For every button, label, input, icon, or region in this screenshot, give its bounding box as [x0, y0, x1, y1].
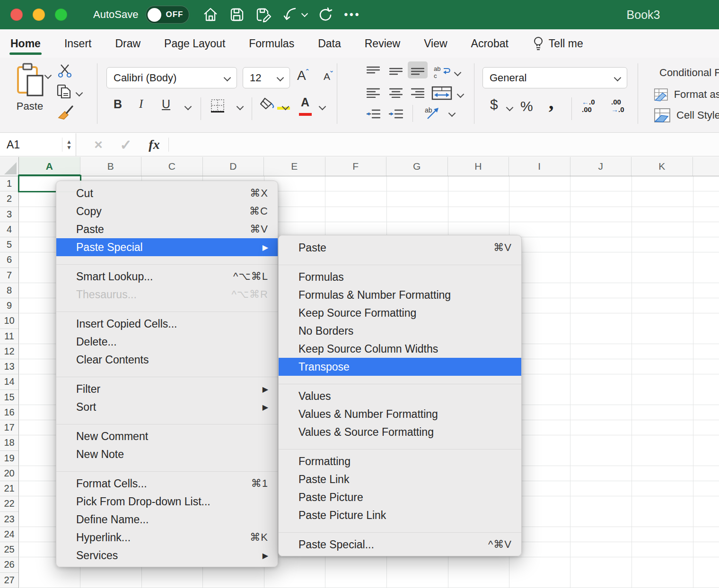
underline-dropdown-icon[interactable]	[184, 103, 192, 111]
cut-icon[interactable]	[57, 63, 73, 80]
font-size-select[interactable]: 12	[243, 67, 290, 88]
row-header[interactable]: 4	[0, 222, 18, 237]
enter-entry-icon[interactable]: ✓	[116, 133, 135, 156]
submenu-item[interactable]: ▶	[279, 257, 521, 268]
ribbon-tab[interactable]: Review	[365, 29, 400, 58]
save-as-icon[interactable]	[255, 7, 272, 23]
row-header[interactable]: 13	[0, 359, 18, 374]
ribbon-tab[interactable]: Data	[318, 29, 341, 58]
stepper-up-icon[interactable]: ▲	[66, 139, 72, 144]
save-icon[interactable]	[229, 7, 245, 23]
submenu-item[interactable]: ▶	[279, 441, 521, 452]
ribbon-tab[interactable]: Acrobat	[471, 29, 509, 58]
zoom-window-button[interactable]	[55, 9, 67, 21]
submenu-item[interactable]: Keep Source Column Widths ▶	[279, 340, 521, 358]
paste-button[interactable]	[13, 62, 46, 101]
insert-function-icon[interactable]: fx	[145, 133, 164, 156]
undo-dropdown-icon[interactable]	[301, 10, 308, 17]
ribbon-tab[interactable]: Page Layout	[164, 29, 225, 58]
select-all-corner[interactable]	[0, 157, 19, 176]
row-header[interactable]: 11	[0, 329, 18, 344]
row-header[interactable]: 2	[0, 191, 18, 207]
submenu-item[interactable]: Paste Special... ^⌘V ▶	[279, 536, 521, 553]
align-center-icon[interactable]	[386, 84, 406, 101]
bold-button[interactable]: B	[114, 97, 122, 111]
menu-item[interactable]: ▶	[56, 303, 278, 315]
home-icon[interactable]	[202, 7, 219, 23]
row-header[interactable]: 10	[0, 313, 18, 329]
orientation-dropdown-icon[interactable]	[448, 110, 456, 117]
submenu-item[interactable]: Formulas & Number Formatting ▶	[279, 286, 521, 304]
row-header[interactable]: 12	[0, 344, 18, 359]
ribbon-tab[interactable]: Tell me	[532, 29, 583, 58]
row-header[interactable]: 18	[0, 435, 18, 450]
submenu-item[interactable]: Paste Picture ▶	[279, 488, 521, 506]
more-commands-icon[interactable]: •••	[344, 9, 360, 21]
row-header[interactable]: 25	[0, 542, 18, 557]
menu-item[interactable]: Define Name... ▶	[56, 510, 278, 528]
submenu-item[interactable]: No Borders ▶	[279, 322, 521, 340]
row-header[interactable]: 5	[0, 237, 18, 252]
row-header[interactable]: 19	[0, 451, 18, 466]
row-header[interactable]: 14	[0, 374, 18, 389]
row-header[interactable]: 26	[0, 557, 18, 572]
menu-item[interactable]: Cut ⌘X ▶	[56, 184, 278, 202]
name-box[interactable]: A1 ▲ ▼	[0, 133, 76, 156]
font-color-dropdown-icon[interactable]	[319, 103, 326, 111]
minimize-window-button[interactable]	[33, 9, 45, 21]
comma-button[interactable]: ,	[549, 91, 554, 113]
menu-item[interactable]: Smart Lookup... ^⌥⌘L ▶	[56, 268, 278, 285]
column-header[interactable]: A	[19, 157, 80, 176]
submenu-item[interactable]: Formatting ▶	[279, 452, 521, 470]
row-header[interactable]: 21	[0, 481, 18, 496]
row-header[interactable]: 6	[0, 252, 18, 268]
column-header[interactable]: K	[631, 157, 693, 176]
row-header[interactable]: 1	[0, 176, 18, 191]
column-header[interactable]: D	[203, 157, 264, 176]
menu-item[interactable]: Services ▶	[56, 546, 278, 564]
align-top-icon[interactable]	[363, 62, 383, 79]
menu-item[interactable]: Copy ⌘C ▶	[56, 202, 278, 220]
submenu-item[interactable]: Transpose ▶	[279, 358, 521, 376]
submenu-item[interactable]: ▶	[279, 524, 521, 536]
cell-styles-button[interactable]: Cell Styles	[654, 107, 719, 124]
submenu-item[interactable]: Formulas ▶	[279, 268, 521, 286]
font-name-select[interactable]: Calibri (Body)	[106, 67, 237, 88]
format-as-table-button[interactable]: Format as Table	[654, 86, 719, 103]
align-left-icon[interactable]	[363, 84, 383, 101]
align-middle-icon[interactable]	[386, 62, 406, 79]
row-header[interactable]: 23	[0, 512, 18, 527]
copy-dropdown-icon[interactable]	[76, 89, 83, 96]
submenu-item[interactable]: Values & Source Formatting ▶	[279, 423, 521, 441]
submenu-item[interactable]: Paste Picture Link ▶	[279, 506, 521, 524]
column-header[interactable]: E	[264, 157, 325, 176]
submenu-item[interactable]: Values ▶	[279, 387, 521, 405]
submenu-item[interactable]: Paste Link ▶	[279, 470, 521, 488]
decrease-decimal-button[interactable]: ←.0 .00	[582, 98, 595, 113]
stepper-down-icon[interactable]: ▼	[66, 145, 72, 150]
menu-item[interactable]: ▶	[56, 463, 278, 475]
ribbon-tab[interactable]: Formulas	[249, 29, 294, 58]
column-header[interactable]: B	[80, 157, 142, 176]
percent-button[interactable]: %	[520, 98, 533, 114]
submenu-item[interactable]: ▶	[279, 376, 521, 387]
align-bottom-icon[interactable]	[408, 61, 428, 78]
menu-item[interactable]: Delete... ▶	[56, 333, 278, 351]
menu-item[interactable]: Paste Special ▶	[56, 238, 278, 256]
underline-button[interactable]: U	[162, 97, 170, 111]
cancel-entry-icon[interactable]: ×	[89, 133, 108, 156]
undo-icon[interactable]	[283, 7, 298, 23]
ribbon-tab[interactable]: Insert	[64, 29, 92, 58]
menu-item[interactable]: Paste ⌘V ▶	[56, 220, 278, 238]
name-box-stepper[interactable]: ▲ ▼	[62, 138, 72, 152]
menu-item[interactable]: ▶	[56, 416, 278, 427]
menu-item[interactable]: Hyperlink... ⌘K ▶	[56, 528, 278, 546]
column-header[interactable]: C	[141, 157, 203, 176]
row-header[interactable]: 27	[0, 573, 18, 588]
ribbon-tab[interactable]: Draw	[115, 29, 140, 58]
number-format-select[interactable]: General	[482, 67, 627, 88]
row-header[interactable]: 3	[0, 207, 18, 222]
submenu-item[interactable]: Paste ⌘V ▶	[279, 239, 521, 257]
column-header[interactable]: J	[570, 157, 632, 176]
column-header[interactable]: F	[325, 157, 387, 176]
